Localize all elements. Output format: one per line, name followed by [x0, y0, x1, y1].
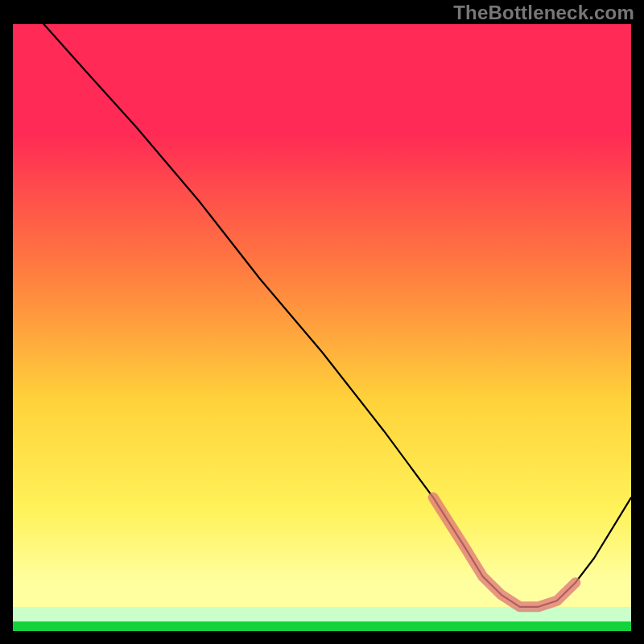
attribution-label: TheBottleneck.com [453, 2, 634, 24]
chart-container: TheBottleneck.com [0, 0, 644, 644]
bottleneck-chart [0, 0, 644, 644]
svg-rect-0 [13, 24, 631, 631]
svg-rect-2 [13, 621, 631, 631]
